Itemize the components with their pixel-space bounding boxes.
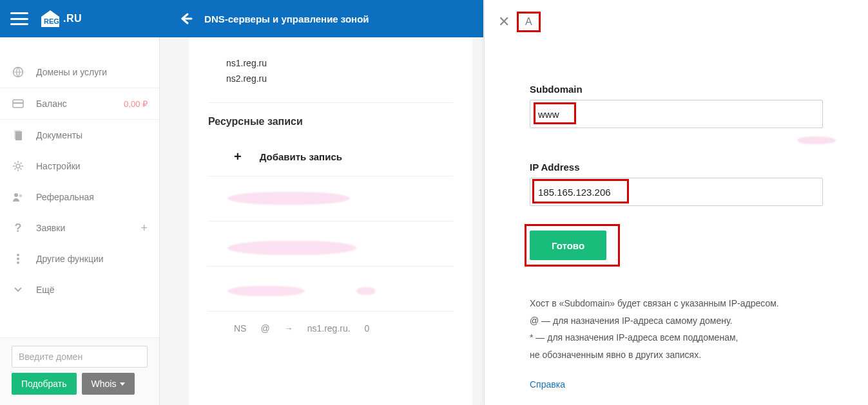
- question-icon: ?: [12, 221, 24, 234]
- sidebar-item-label: Заявки: [36, 223, 140, 233]
- nameserver-list: ns1.reg.ru ns2.reg.ru: [226, 55, 453, 86]
- logo-house-icon: REG: [39, 9, 62, 28]
- ip-input[interactable]: [530, 178, 823, 206]
- chevron-down-icon: [12, 283, 24, 296]
- svg-point-12: [17, 258, 19, 260]
- dns-card: ns1.reg.ru ns2.reg.ru Ресурсные записи +…: [189, 37, 472, 405]
- subdomain-input[interactable]: [530, 100, 823, 128]
- svg-rect-5: [13, 102, 23, 104]
- submit-button[interactable]: Готово: [530, 231, 606, 260]
- topbar: REG .RU DNS-серверы и управление зоной: [0, 0, 483, 37]
- whois-button-label: Whois: [92, 379, 117, 389]
- record-row[interactable]: [208, 176, 453, 221]
- sidebar-item-label: Настройки: [36, 161, 148, 171]
- search-domain-button[interactable]: Подобрать: [12, 373, 77, 395]
- svg-point-9: [14, 193, 18, 197]
- main-area: ns1.reg.ru ns2.reg.ru Ресурсные записи +…: [160, 37, 483, 405]
- section-title: Ресурсные записи: [208, 116, 453, 127]
- record-editor-drawer: ✕ A Subdomain IP Address Готово Хост в «…: [484, 0, 868, 405]
- svg-point-10: [19, 194, 23, 198]
- nameserver-entry: ns1.reg.ru: [226, 55, 453, 71]
- gear-icon: [12, 160, 24, 173]
- sidebar-item-domains[interactable]: Домены и услуги: [0, 57, 159, 88]
- help-line: @ — для назначения IP-адреса самому доме…: [530, 312, 823, 330]
- sidebar-item-documents[interactable]: Документы: [0, 120, 159, 151]
- plus-icon: +: [234, 149, 242, 164]
- record-row[interactable]: [208, 267, 453, 312]
- sidebar-item-label: Домены и услуги: [36, 67, 148, 77]
- record-row-ns[interactable]: NS @ → ns1.reg.ru. 0: [208, 312, 453, 334]
- domain-input[interactable]: [12, 346, 148, 368]
- subdomain-label: Subdomain: [530, 84, 823, 95]
- svg-point-8: [16, 164, 20, 168]
- page-title: DNS-серверы и управление зоной: [204, 14, 369, 24]
- nameserver-entry: ns2.reg.ru: [226, 71, 453, 86]
- record-type-badge: A: [517, 12, 541, 32]
- globe-icon: [12, 66, 24, 79]
- ip-label: IP Address: [530, 162, 823, 173]
- logo[interactable]: REG .RU: [39, 9, 82, 28]
- sidebar-item-label: Документы: [36, 130, 148, 140]
- sidebar-item-settings[interactable]: Настройки: [0, 151, 159, 182]
- help-line: * — для назначения IP-адреса всем поддом…: [530, 329, 823, 346]
- sidebar-item-label: Ещё: [36, 285, 148, 295]
- svg-rect-7: [15, 131, 22, 140]
- help-line: не обозначенным явно в других записях.: [530, 346, 823, 364]
- balance-amount: 0,00 ₽: [124, 99, 148, 109]
- add-record-label: Добавить запись: [260, 151, 342, 162]
- docs-icon: [12, 129, 24, 142]
- sidebar-item-label: Баланс: [36, 99, 120, 109]
- sidebar-item-balance[interactable]: Баланс 0,00 ₽: [0, 88, 159, 119]
- back-button[interactable]: [178, 12, 193, 26]
- sidebar-item-tickets[interactable]: ? Заявки +: [0, 212, 159, 243]
- add-record-button[interactable]: + Добавить запись: [208, 142, 453, 176]
- help-line: Хост в «Subdomain» будет связан с указан…: [530, 295, 823, 312]
- close-icon[interactable]: ✕: [496, 14, 512, 30]
- arrow-right-icon: →: [284, 323, 293, 334]
- svg-point-13: [17, 261, 19, 264]
- record-host: @: [260, 323, 269, 334]
- chevron-down-icon: [120, 382, 125, 386]
- sidebar-item-more[interactable]: Ещё: [0, 274, 159, 305]
- sidebar-domain-search: Подобрать Whois: [0, 337, 159, 405]
- hamburger-menu-button[interactable]: [10, 12, 28, 25]
- sidebar-item-other[interactable]: Другие функции: [0, 243, 159, 274]
- record-value: ns1.reg.ru.: [307, 323, 351, 334]
- record-type: NS: [234, 323, 246, 334]
- svg-point-11: [17, 254, 19, 256]
- whois-button[interactable]: Whois: [82, 373, 135, 395]
- svg-text:REG: REG: [44, 17, 59, 25]
- help-text: Хост в «Subdomain» будет связан с указан…: [530, 295, 823, 393]
- wallet-icon: [12, 97, 24, 110]
- sidebar-item-label: Другие функции: [36, 254, 148, 264]
- arrow-left-icon: [178, 12, 193, 26]
- people-icon: [12, 191, 24, 203]
- plus-icon[interactable]: +: [140, 221, 148, 235]
- sidebar: Домены и услуги Баланс 0,00 ₽ Документы: [0, 37, 160, 405]
- record-ttl: 0: [365, 323, 370, 334]
- sidebar-item-referral[interactable]: Реферальная: [0, 182, 159, 212]
- sidebar-item-label: Реферальная: [36, 192, 148, 202]
- dots-icon: [12, 252, 24, 265]
- record-row[interactable]: [208, 221, 453, 267]
- help-link[interactable]: Справка: [530, 376, 565, 393]
- logo-suffix: .RU: [63, 13, 82, 24]
